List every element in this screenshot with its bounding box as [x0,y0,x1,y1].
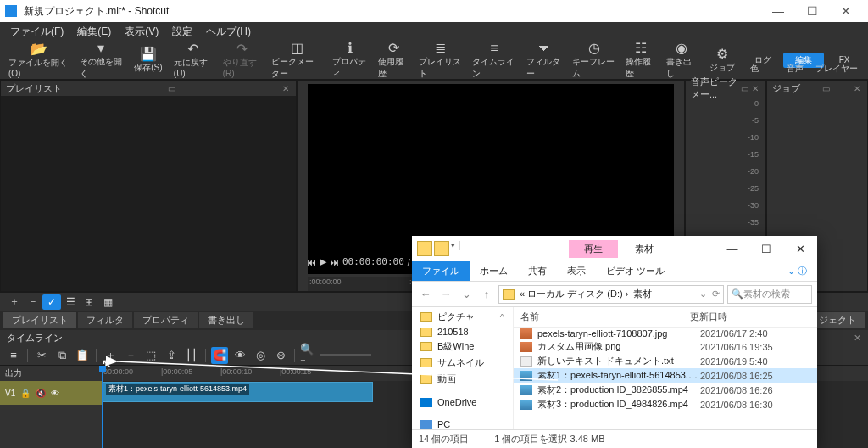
redo-button[interactable]: ↷やり直す(R) [218,40,267,80]
zoom-slider[interactable] [320,347,371,364]
file-row[interactable]: 素材2：production ID_3826855.mp42021/06/08 … [514,383,817,397]
ophistory-button[interactable]: ☷操作履歴 [620,39,661,81]
ribbon-expand-icon[interactable]: ⌄ ⓘ [777,261,817,281]
menu-button[interactable]: ≡ [5,347,22,364]
nav-item[interactable]: サムネイル [412,355,513,371]
panel-close-icon[interactable]: ✕ [854,333,861,344]
panel-menu-icon[interactable]: ▭ [739,84,750,93]
split-button[interactable]: ⎮⎮ [183,347,200,364]
nav-item[interactable]: 210518 [412,325,513,339]
check-button[interactable]: ✓ [42,294,61,310]
panel-close-icon[interactable]: ✕ [852,84,862,93]
panel-close-icon[interactable]: ✕ [750,84,760,93]
audio-button[interactable]: 音声 [775,61,815,76]
exp-close-button[interactable]: ✕ [783,243,817,255]
delete-button[interactable]: － [122,347,139,364]
history-button[interactable]: ⟳使用履歴 [373,39,414,81]
col-name[interactable]: 名前 [514,307,683,327]
panel-menu-icon[interactable]: ▭ [166,84,177,93]
maximize-button[interactable]: ☐ [795,4,829,18]
menu-file[interactable]: ファイル(F) [3,23,70,41]
property-button[interactable]: ℹプロパティ [327,39,374,81]
menu-view[interactable]: 表示(V) [118,23,165,41]
column-headers[interactable]: 名前 更新日時 [514,307,817,328]
menu-help[interactable]: ヘルプ(H) [199,23,258,41]
lift-button[interactable]: ⇪ [163,347,180,364]
paste-button[interactable]: 📋 [74,347,91,364]
file-row[interactable]: 新しいテキスト ドキュメント.txt2021/06/19 5:40 [514,354,817,368]
grid-view-button[interactable]: ⊞ [80,294,98,310]
menu-settings[interactable]: 設定 [165,23,199,41]
nav-recent-icon[interactable]: ⌄ [458,288,475,300]
play-contextual-tab[interactable]: 再生 [569,240,618,258]
address-path[interactable]: « ローカル ディスク (D:) › 素材 ⌄ ⟳ [498,285,724,304]
panel-menu-icon[interactable]: ▭ [821,84,832,93]
export-button[interactable]: ◉書き出し [661,39,702,81]
save-button[interactable]: 💾保存(S) [128,45,169,76]
keyframe-button[interactable]: ◷キーフレーム [567,39,620,81]
lock-icon[interactable]: 🔒 [20,389,31,398]
timeline-button[interactable]: ≡タイムライン [467,39,520,81]
exp-maximize-button[interactable]: ☐ [749,243,783,255]
zoom-out-button[interactable]: 🔍⁻ [300,347,317,364]
file-row[interactable]: 素材1：pexels-taryn-elliott-5614853.mp42021… [514,368,817,383]
nav-up-button[interactable]: ↑ [478,288,495,300]
open-file-button[interactable]: 📂ファイルを開く(O) [3,40,75,80]
overwrite-button[interactable]: ⬚ [142,347,159,364]
nav-item[interactable]: B級Wine [412,339,513,355]
file-row[interactable]: 素材3：production ID_4984826.mp42021/06/08 … [514,397,817,412]
play-button[interactable]: ▶ [320,256,326,267]
nav-onedrive[interactable]: OneDrive [412,395,513,409]
player-button[interactable]: プレイヤー [810,61,863,76]
next-button[interactable]: ⏭ [330,257,339,267]
exp-minimize-button[interactable]: — [715,243,749,255]
nav-item[interactable]: 動画 [412,371,513,387]
thumb-view-button[interactable]: ▦ [98,294,117,310]
nav-back-button[interactable]: ← [417,288,434,300]
copy-button[interactable]: ⧉ [53,347,70,364]
tab-playlist[interactable]: プレイリスト [3,312,76,328]
ripple-button[interactable]: ◎ [252,347,269,364]
tab-export[interactable]: 書き出し [199,312,253,328]
nav-forward-button[interactable]: → [437,288,454,300]
list-view-button[interactable]: ☰ [61,294,80,310]
filter-button[interactable]: ⏷フィルター [521,39,568,81]
panel-close-icon[interactable]: ✕ [281,84,291,93]
peakmeter-button[interactable]: ◫ピークメーター [266,39,327,81]
explorer-file-list[interactable]: 名前 更新日時 pexels-taryn-elliott-7108807.jpg… [514,307,817,429]
ribbon-videotool[interactable]: ビデオ ツール [596,261,675,281]
prev-button[interactable]: ⏮ [307,257,316,267]
playlist-button[interactable]: ≣プレイリスト [414,39,467,81]
ribbon-file[interactable]: ファイル [412,261,470,281]
refresh-icon[interactable]: ⟳ [712,288,720,300]
add-button[interactable]: ＋ [5,294,24,310]
nav-pc[interactable]: PC [412,417,513,429]
minimize-button[interactable]: — [761,4,795,18]
file-row[interactable]: カスタム用画像.png2021/06/16 19:35 [514,339,817,354]
file-row[interactable]: pexels-taryn-elliott-7108807.jpg2021/06/… [514,328,817,339]
ribbon-view[interactable]: 表示 [557,261,596,281]
menu-edit[interactable]: 編集(E) [70,23,118,41]
hide-icon[interactable]: 👁 [51,389,59,398]
close-button[interactable]: ✕ [829,4,863,18]
ribbon-home[interactable]: ホーム [470,261,518,281]
timeline-clip[interactable]: 素材1：pexels-taryn-elliott-5614853.mp4 [102,382,373,402]
ribbon-share[interactable]: 共有 [518,261,557,281]
col-date[interactable]: 更新日時 [683,307,776,327]
tab-property[interactable]: プロパティ [134,312,198,328]
color-button[interactable]: 色 [734,61,775,76]
explorer-nav-pane[interactable]: ピクチャ^ 210518 B級Wine サムネイル 動画 OneDrive PC [412,307,514,429]
snap-button[interactable]: 🧲 [211,347,228,364]
remove-button[interactable]: － [24,294,42,310]
mute-icon[interactable]: 🔇 [36,389,46,398]
track-header-v1[interactable]: V1 🔒 🔇 👁 [0,381,102,405]
playhead[interactable] [102,366,103,448]
open-other-button[interactable]: ▾その他を開く [75,39,128,81]
scrub-button[interactable]: 👁 [231,347,248,364]
tab-filter[interactable]: フィルタ [78,312,132,328]
nav-item[interactable]: ピクチャ^ [412,309,513,325]
search-box[interactable]: 🔍 素材の検索 [727,285,812,304]
ripple-all-button[interactable]: ⊛ [272,347,289,364]
undo-button[interactable]: ↶元に戻す(U) [169,40,218,80]
cut-button[interactable]: ✂ [33,347,50,364]
